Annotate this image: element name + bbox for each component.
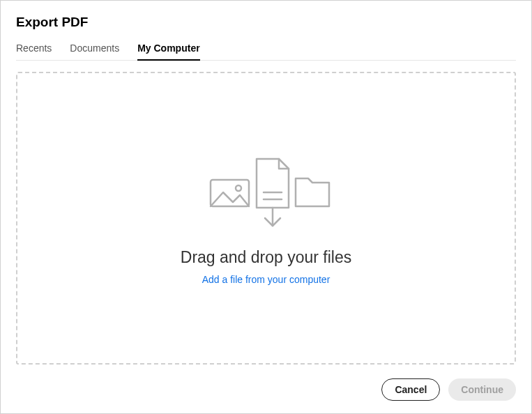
tab-my-computer[interactable]: My Computer bbox=[137, 43, 199, 61]
dropzone-icon-group bbox=[190, 152, 343, 236]
dialog-title: Export PDF bbox=[16, 15, 516, 30]
dropzone-prompt: Drag and drop your files bbox=[181, 248, 351, 267]
svg-point-1 bbox=[236, 185, 241, 191]
cancel-button[interactable]: Cancel bbox=[381, 378, 440, 401]
add-file-link[interactable]: Add a file from your computer bbox=[202, 274, 330, 285]
file-dropzone[interactable]: Drag and drop your files Add a file from… bbox=[16, 72, 516, 365]
dialog-footer: Cancel Continue bbox=[16, 378, 516, 401]
tab-documents[interactable]: Documents bbox=[70, 43, 119, 61]
dropzone-illustration bbox=[190, 152, 343, 236]
source-tabs: Recents Documents My Computer bbox=[16, 43, 516, 61]
tab-recents[interactable]: Recents bbox=[16, 43, 52, 61]
document-download-icon bbox=[257, 159, 289, 226]
svg-rect-0 bbox=[211, 180, 249, 206]
folder-icon bbox=[296, 178, 329, 206]
continue-button: Continue bbox=[448, 378, 516, 401]
image-icon bbox=[211, 180, 249, 206]
